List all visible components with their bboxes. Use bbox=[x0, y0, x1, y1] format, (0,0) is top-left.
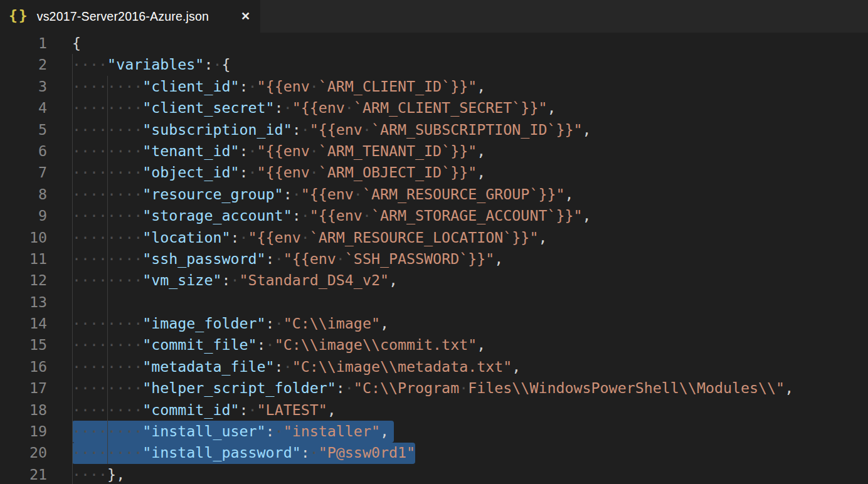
code-line[interactable]: 7········"object_id":·"{{env·`ARM_OBJECT… bbox=[0, 162, 868, 183]
json-punctuation: , bbox=[512, 358, 521, 375]
code-line[interactable]: 11········"ssh_password":·"{{env·`SSH_PA… bbox=[0, 248, 868, 270]
code-text: ········"commit_id":·"LATEST", bbox=[72, 399, 336, 421]
whitespace-dots: ···· bbox=[72, 56, 107, 73]
json-punctuation: : bbox=[240, 164, 248, 181]
line-number[interactable]: 15 bbox=[0, 334, 72, 355]
tab-filename: vs2017-Server2016-Azure.json bbox=[37, 9, 209, 24]
code-line[interactable]: 18········"commit_id":·"LATEST", bbox=[0, 399, 868, 421]
line-number[interactable]: 1 bbox=[0, 33, 72, 54]
code-line[interactable]: 10········"location":·"{{env·`ARM_RESOUR… bbox=[0, 227, 868, 248]
line-number[interactable]: 9 bbox=[0, 205, 72, 226]
line-number[interactable]: 13 bbox=[0, 292, 72, 313]
code-line[interactable]: 12········"vm_size":·"Standard_DS4_v2", bbox=[0, 270, 868, 291]
json-string: "C:\\image\\commit.txt" bbox=[275, 336, 477, 353]
code-line[interactable]: 14········"image_folder":·"C:\\image", bbox=[0, 313, 868, 334]
whitespace-dots: · bbox=[301, 229, 310, 246]
code-line[interactable]: 1{ bbox=[0, 33, 868, 54]
line-number[interactable]: 12 bbox=[0, 270, 72, 291]
whitespace-dots: · bbox=[310, 142, 319, 159]
line-number[interactable]: 2 bbox=[0, 54, 72, 75]
line-number[interactable]: 3 bbox=[0, 76, 72, 97]
line-number[interactable]: 20 bbox=[0, 442, 72, 463]
json-punctuation: , bbox=[583, 207, 591, 224]
whitespace-dots: · bbox=[248, 164, 257, 181]
json-string: "Standard_DS4_v2" bbox=[240, 271, 389, 288]
code-lines: 1{2····"variables":·{3········"client_id… bbox=[0, 33, 868, 484]
line-number[interactable]: 11 bbox=[0, 248, 72, 270]
json-key: "client_secret" bbox=[142, 99, 274, 116]
whitespace-dots: · bbox=[310, 164, 319, 181]
line-number[interactable]: 19 bbox=[0, 421, 72, 442]
json-string: "installer" bbox=[283, 423, 380, 439]
whitespace-dots: · bbox=[275, 250, 283, 267]
line-number[interactable]: 4 bbox=[0, 97, 72, 118]
json-string: `ARM_CLIENT_ID`}}" bbox=[319, 78, 477, 95]
whitespace-dots: · bbox=[248, 142, 257, 159]
json-key: "metadata_file" bbox=[142, 358, 274, 375]
json-key: "client_id" bbox=[142, 78, 239, 95]
json-string: "{{env bbox=[310, 207, 363, 224]
line-number[interactable]: 10 bbox=[0, 227, 72, 248]
json-key: "ssh_password" bbox=[142, 250, 265, 267]
json-punctuation: , bbox=[565, 186, 574, 203]
whitespace-dots: ········ bbox=[72, 423, 142, 439]
whitespace-dots: · bbox=[459, 379, 468, 396]
code-line[interactable]: 21····}, bbox=[0, 464, 868, 484]
code-line[interactable]: 15········"commit_file":·"C:\\image\\com… bbox=[0, 334, 868, 355]
code-text: ········"vm_size":·"Standard_DS4_v2", bbox=[72, 270, 398, 291]
json-string: `ARM_OBJECT_ID`}}" bbox=[319, 164, 477, 181]
code-line[interactable]: 9········"storage_account":·"{{env·`ARM_… bbox=[0, 205, 868, 226]
json-punctuation: : bbox=[240, 401, 248, 418]
code-text: ········"metadata_file":·"C:\\image\\met… bbox=[72, 356, 521, 377]
line-number[interactable]: 7 bbox=[0, 162, 72, 183]
whitespace-dots: · bbox=[301, 121, 310, 138]
json-key: "helper_script_folder" bbox=[142, 379, 336, 396]
json-string: "{{env bbox=[257, 78, 310, 95]
code-line[interactable]: 17········"helper_script_folder":·"C:\\P… bbox=[0, 377, 868, 399]
code-line[interactable]: 19········"install_user":·"installer", bbox=[0, 421, 868, 442]
json-punctuation: , bbox=[389, 271, 398, 288]
line-number[interactable]: 8 bbox=[0, 184, 72, 205]
json-punctuation: : bbox=[301, 444, 310, 461]
code-line[interactable]: 5········"subscription_id":·"{{env·`ARM_… bbox=[0, 119, 868, 140]
whitespace-dots: · bbox=[310, 78, 319, 95]
whitespace-dots: ········ bbox=[72, 207, 142, 224]
code-line[interactable]: 2····"variables":·{ bbox=[0, 54, 868, 75]
code-editor[interactable]: 1{2····"variables":·{3········"client_id… bbox=[0, 33, 868, 484]
json-punctuation: : bbox=[275, 358, 283, 375]
code-line[interactable]: 6········"tenant_id":·"{{env·`ARM_TENANT… bbox=[0, 140, 868, 162]
code-line[interactable]: 4········"client_secret":·"{{env·`ARM_CL… bbox=[0, 97, 868, 118]
whitespace-dots: ········ bbox=[72, 78, 142, 95]
json-key: "install_password" bbox=[142, 444, 300, 461]
line-number[interactable]: 14 bbox=[0, 313, 72, 334]
code-text: ········"storage_account":·"{{env·`ARM_S… bbox=[72, 205, 591, 226]
line-number[interactable]: 16 bbox=[0, 356, 72, 377]
json-punctuation: : bbox=[266, 423, 275, 439]
code-line[interactable]: 16········"metadata_file":·"C:\\image\\m… bbox=[0, 356, 868, 377]
json-string: Files\\WindowsPowerShell\\Modules\\" bbox=[468, 379, 785, 396]
json-punctuation: , bbox=[785, 379, 793, 396]
whitespace-dots: · bbox=[240, 229, 248, 246]
code-line[interactable]: 13 bbox=[0, 292, 868, 313]
line-number[interactable]: 5 bbox=[0, 119, 72, 140]
whitespace-dots: · bbox=[266, 336, 275, 353]
code-line[interactable]: 20········"install_password":·"P@ssw0rd1… bbox=[0, 442, 868, 463]
line-number[interactable]: 18 bbox=[0, 399, 72, 421]
whitespace-dots: · bbox=[213, 56, 221, 73]
json-punctuation: : bbox=[240, 142, 248, 159]
code-text: ········"commit_file":·"C:\\image\\commi… bbox=[72, 334, 485, 355]
json-punctuation: : bbox=[266, 315, 275, 332]
code-line[interactable]: 8········"resource_group":·"{{env·`ARM_R… bbox=[0, 184, 868, 205]
close-tab-icon[interactable]: ✕ bbox=[241, 11, 250, 22]
code-text: ········"client_id":·"{{env·`ARM_CLIENT_… bbox=[72, 76, 485, 97]
code-line[interactable]: 3········"client_id":·"{{env·`ARM_CLIENT… bbox=[0, 76, 868, 97]
line-number[interactable]: 21 bbox=[0, 464, 72, 484]
json-key: "location" bbox=[142, 229, 230, 246]
json-string: `ARM_RESOURCE_GROUP`}}" bbox=[363, 186, 565, 203]
line-number[interactable]: 17 bbox=[0, 377, 72, 399]
code-text: ····"variables":·{ bbox=[72, 54, 231, 75]
line-number[interactable]: 6 bbox=[0, 140, 72, 162]
json-punctuation: }, bbox=[107, 466, 125, 483]
json-punctuation: , bbox=[583, 121, 591, 138]
tab-active-file[interactable]: {} vs2017-Server2016-Azure.json ✕ bbox=[0, 0, 260, 33]
